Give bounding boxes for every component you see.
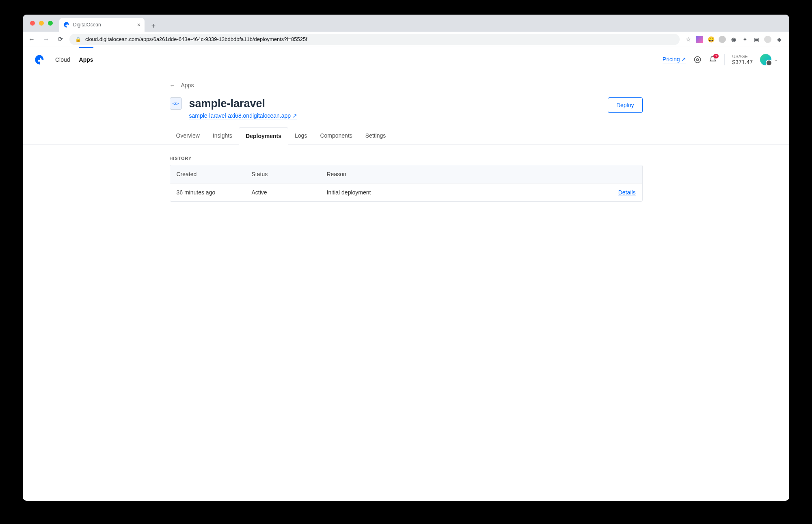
cast-icon[interactable]: ▣ xyxy=(753,36,760,43)
nav-forward-button[interactable]: → xyxy=(41,34,51,45)
address-bar[interactable]: 🔒 cloud.digitalocean.com/apps/6a261dde-6… xyxy=(69,34,680,45)
help-icon[interactable] xyxy=(693,56,702,64)
extension-icon[interactable]: ◆ xyxy=(775,36,783,43)
deployments-table: Created Status Reason 36 minutes ago Act… xyxy=(170,165,643,202)
lock-icon: 🔒 xyxy=(75,37,81,42)
col-created: Created xyxy=(177,171,252,177)
tab-insights[interactable]: Insights xyxy=(206,127,239,144)
tab-overview[interactable]: Overview xyxy=(170,127,206,144)
new-tab-button[interactable]: + xyxy=(148,20,159,32)
notification-badge: 1 xyxy=(713,54,719,58)
extension-icon[interactable] xyxy=(696,36,703,43)
nav-back-button[interactable]: ← xyxy=(27,34,37,45)
browser-toolbar: ← → ⟳ 🔒 cloud.digitalocean.com/apps/6a26… xyxy=(23,32,789,47)
favicon-icon xyxy=(63,22,70,28)
col-status: Status xyxy=(252,171,327,177)
tab-bar: Overview Insights Deployments Logs Compo… xyxy=(23,127,789,144)
window-minimize-dot[interactable] xyxy=(39,21,44,26)
bookmark-star-icon[interactable]: ☆ xyxy=(685,36,692,43)
extension-icons: ☆ 😄 ◉ ✦ ▣ ◆ xyxy=(685,36,785,43)
url-text: cloud.digitalocean.com/apps/6a261dde-643… xyxy=(85,36,307,42)
deploy-button[interactable]: Deploy xyxy=(608,97,643,113)
extension-icon[interactable] xyxy=(719,36,726,43)
usage-label: USAGE xyxy=(732,54,753,59)
breadcrumb-label[interactable]: Apps xyxy=(181,82,194,88)
tab-deployments[interactable]: Deployments xyxy=(239,127,288,144)
nav-reload-button[interactable]: ⟳ xyxy=(56,34,65,45)
app-type-icon: </> xyxy=(170,97,182,110)
tab-settings[interactable]: Settings xyxy=(359,127,393,144)
browser-tab-title: DigitalOcean xyxy=(73,22,101,28)
nav-cloud[interactable]: Cloud xyxy=(55,48,70,71)
tab-logs[interactable]: Logs xyxy=(288,127,313,144)
digitalocean-logo-icon[interactable] xyxy=(34,54,45,65)
app-url-link[interactable]: sample-laravel-axi68.ondigitalocean.app … xyxy=(189,112,298,119)
extensions-menu-icon[interactable]: ✦ xyxy=(741,36,749,43)
usage-amount: $371.47 xyxy=(732,59,753,65)
primary-nav: Cloud Apps xyxy=(55,48,93,71)
usage-block[interactable]: USAGE $371.47 xyxy=(724,54,753,65)
nav-apps[interactable]: Apps xyxy=(79,47,93,71)
do-header: Cloud Apps Pricing ↗ 1 USAGE $371.47 ⌄ xyxy=(23,47,789,72)
breadcrumb-back-icon[interactable]: ← xyxy=(170,82,175,88)
svg-point-0 xyxy=(695,56,701,63)
notifications-icon[interactable]: 1 xyxy=(709,56,717,64)
pricing-link[interactable]: Pricing ↗ xyxy=(663,56,687,63)
extension-icon[interactable]: 😄 xyxy=(707,36,715,43)
svg-point-1 xyxy=(697,58,699,60)
avatar-icon xyxy=(760,54,771,65)
col-reason: Reason xyxy=(327,171,599,177)
tab-components[interactable]: Components xyxy=(313,127,358,144)
page-title: sample-laravel xyxy=(189,97,298,110)
window-traffic-lights xyxy=(28,15,56,32)
account-menu[interactable]: ⌄ xyxy=(760,54,778,65)
window-close-dot[interactable] xyxy=(30,21,35,26)
table-row: 36 minutes ago Active Initial deployment… xyxy=(170,183,642,201)
chevron-down-icon: ⌄ xyxy=(774,57,778,63)
profile-avatar-icon[interactable] xyxy=(764,36,771,43)
history-section-label: HISTORY xyxy=(170,156,643,161)
cell-status: Active xyxy=(252,189,327,196)
cell-created: 36 minutes ago xyxy=(177,189,252,196)
tab-close-icon[interactable]: × xyxy=(137,22,140,28)
window-zoom-dot[interactable] xyxy=(48,21,53,26)
breadcrumb: ← Apps xyxy=(170,82,643,88)
table-header: Created Status Reason xyxy=(170,165,642,183)
browser-tab-strip: DigitalOcean × + xyxy=(23,15,789,32)
cell-reason: Initial deployment xyxy=(327,189,599,196)
browser-tab[interactable]: DigitalOcean × xyxy=(59,18,145,32)
details-link[interactable]: Details xyxy=(618,189,636,196)
extension-icon[interactable]: ◉ xyxy=(730,36,737,43)
